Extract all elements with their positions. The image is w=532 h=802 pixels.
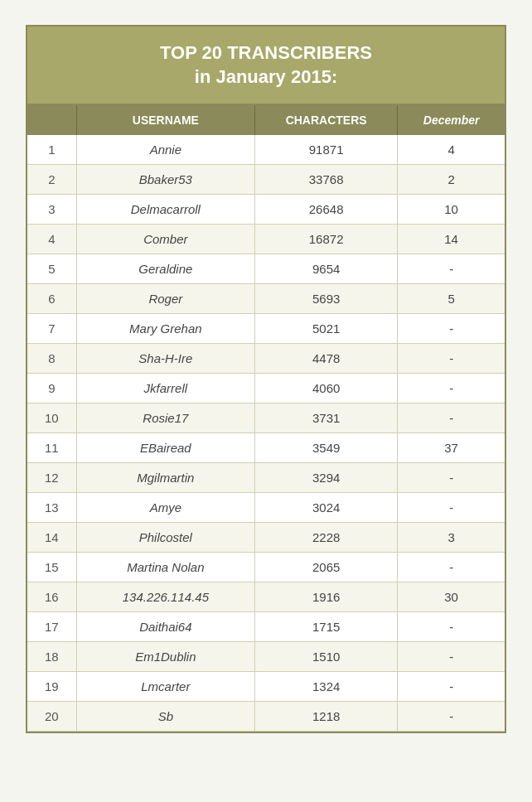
characters-cell: 1916 [255,582,398,612]
table-row: 13Amye3024- [27,493,505,523]
characters-cell: 5021 [255,314,398,344]
rank-cell: 18 [27,642,76,672]
username-cell: Comber [76,225,254,254]
table-row: 3Delmacarroll2664810 [27,195,505,225]
table-row: 14Philcostel22283 [27,523,505,553]
username-cell: Sb [76,702,254,732]
rank-cell: 4 [27,225,76,254]
table-body: 1Annie9187142Bbaker533376823Delmacarroll… [27,135,505,732]
december-cell: - [398,493,505,523]
username-cell: Bbaker53 [76,165,254,195]
username-cell: Lmcarter [76,672,254,702]
table-row: 15Martina Nolan2065- [27,553,505,582]
table-row: 1Annie918714 [27,135,505,165]
december-cell: - [398,463,505,493]
table-row: 6Roger56935 [27,284,505,314]
rank-cell: 5 [27,254,76,284]
december-cell: - [398,612,505,642]
main-container: TOP 20 TRANSCRIBERS in January 2015: USE… [26,25,506,733]
username-cell: Geraldine [76,254,254,284]
december-cell: - [398,403,505,433]
characters-cell: 1324 [255,672,398,702]
username-cell: Rosie17 [76,403,254,433]
december-cell: 4 [398,135,505,165]
username-cell: Em1Dublin [76,642,254,672]
transcribers-table: USERNAME CHARACTERS December 1Annie91871… [27,105,505,732]
characters-cell: 2065 [255,553,398,582]
username-cell: Philcostel [76,523,254,553]
username-cell: Sha-H-Ire [76,344,254,374]
table-row: 7Mary Grehan5021- [27,314,505,344]
username-cell: EBairead [76,433,254,463]
december-cell: - [398,374,505,403]
rank-cell: 17 [27,612,76,642]
username-header: USERNAME [76,105,254,135]
page-title: TOP 20 TRANSCRIBERS in January 2015: [36,41,496,89]
table-row: 20Sb1218- [27,702,505,732]
characters-cell: 9654 [255,254,398,284]
username-cell: Mgilmartin [76,463,254,493]
table-row: 18Em1Dublin1510- [27,642,505,672]
table-row: 19Lmcarter1324- [27,672,505,702]
table-row: 11EBairead354937 [27,433,505,463]
december-cell: 3 [398,523,505,553]
rank-cell: 13 [27,493,76,523]
characters-cell: 1510 [255,642,398,672]
rank-cell: 20 [27,702,76,732]
characters-cell: 1218 [255,702,398,732]
table-row: 10Rosie173731- [27,403,505,433]
december-cell: - [398,344,505,374]
characters-cell: 5693 [255,284,398,314]
december-cell: 5 [398,284,505,314]
table-row: 5Geraldine9654- [27,254,505,284]
table-row: 17Daithai641715- [27,612,505,642]
characters-cell: 16872 [255,225,398,254]
december-cell: 30 [398,582,505,612]
december-cell: - [398,254,505,284]
title-line2: in January 2015: [195,66,337,87]
rank-cell: 14 [27,523,76,553]
rank-cell: 16 [27,582,76,612]
table-row: 2Bbaker53337682 [27,165,505,195]
characters-cell: 3024 [255,493,398,523]
rank-header [27,105,76,135]
rank-cell: 10 [27,403,76,433]
username-cell: Delmacarroll [76,195,254,225]
december-cell: - [398,642,505,672]
username-cell: Annie [76,135,254,165]
characters-header: CHARACTERS [255,105,398,135]
characters-cell: 2228 [255,523,398,553]
username-cell: Daithai64 [76,612,254,642]
characters-cell: 26648 [255,195,398,225]
december-cell: - [398,672,505,702]
december-cell: 2 [398,165,505,195]
rank-cell: 12 [27,463,76,493]
characters-cell: 4060 [255,374,398,403]
username-cell: Roger [76,284,254,314]
table-row: 8Sha-H-Ire4478- [27,344,505,374]
username-cell: 134.226.114.45 [76,582,254,612]
characters-cell: 4478 [255,344,398,374]
characters-cell: 3731 [255,403,398,433]
table-row: 4Comber1687214 [27,225,505,254]
december-cell: - [398,702,505,732]
characters-cell: 33768 [255,165,398,195]
rank-cell: 15 [27,553,76,582]
characters-cell: 91871 [255,135,398,165]
rank-cell: 9 [27,374,76,403]
rank-cell: 2 [27,165,76,195]
username-cell: Martina Nolan [76,553,254,582]
username-cell: Mary Grehan [76,314,254,344]
rank-cell: 3 [27,195,76,225]
december-cell: - [398,553,505,582]
december-cell: - [398,314,505,344]
december-cell: 10 [398,195,505,225]
characters-cell: 1715 [255,612,398,642]
december-cell: 37 [398,433,505,463]
rank-cell: 1 [27,135,76,165]
characters-cell: 3294 [255,463,398,493]
table-row: 9Jkfarrell4060- [27,374,505,403]
december-cell: 14 [398,225,505,254]
table-header-row: USERNAME CHARACTERS December [27,105,505,135]
table-row: 12Mgilmartin3294- [27,463,505,493]
